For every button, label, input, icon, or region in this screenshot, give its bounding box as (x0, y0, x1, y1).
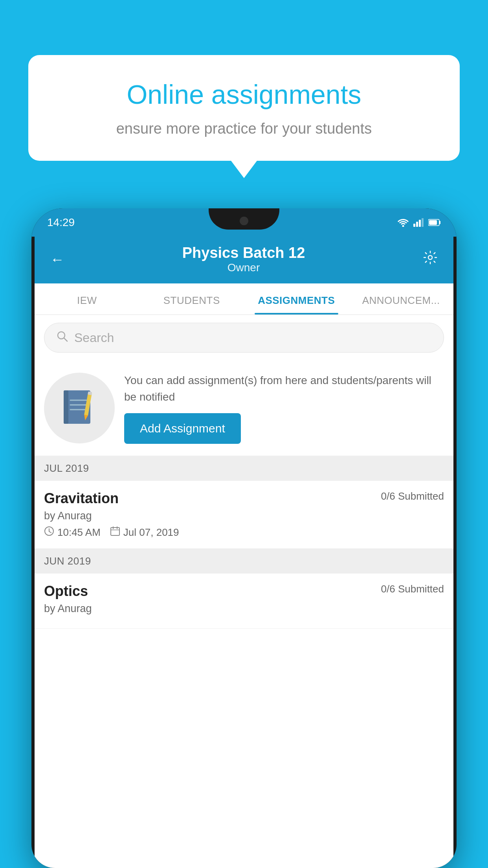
promo-icon-circle (44, 373, 115, 443)
svg-rect-12 (64, 390, 68, 424)
assignment-row-top: Gravitation 0/6 Submitted (44, 490, 444, 507)
svg-rect-7 (429, 220, 437, 225)
search-icon (56, 330, 68, 345)
assignment-submitted-optics: 0/6 Submitted (381, 583, 444, 595)
assignment-author-optics: by Anurag (44, 603, 444, 615)
search-svg (56, 330, 68, 342)
header-subtitle: Owner (64, 261, 423, 274)
back-button[interactable]: ← (50, 251, 64, 268)
assignment-title-optics: Optics (44, 583, 88, 600)
notebook-icon (62, 388, 97, 428)
camera (240, 217, 248, 225)
time-label: 10:45 AM (57, 526, 101, 539)
promo-title: Online assignments (52, 79, 436, 111)
phone-notch (209, 208, 279, 230)
calendar-icon (110, 526, 120, 539)
promo-block: You can add assignment(s) from here and … (35, 360, 453, 456)
promo-card: Online assignments ensure more practice … (28, 55, 460, 161)
tab-students[interactable]: STUDENTS (139, 283, 244, 314)
svg-point-0 (402, 225, 404, 227)
assignment-item-optics[interactable]: Optics 0/6 Submitted by Anurag (35, 574, 453, 629)
tab-iew[interactable]: IEW (35, 283, 139, 314)
promo-description: You can add assignment(s) from here and … (124, 372, 444, 405)
svg-rect-2 (416, 222, 418, 227)
search-bar-container: Search (35, 315, 453, 360)
date-label: Jul 07, 2019 (123, 526, 179, 539)
tab-assignments[interactable]: ASSIGNMENTS (244, 283, 349, 314)
status-bar: 14:29 (31, 208, 457, 237)
assignment-submitted: 0/6 Submitted (381, 490, 444, 502)
assignment-item-gravitation[interactable]: Gravitation 0/6 Submitted by Anurag 10:4… (35, 481, 453, 549)
tab-announcements[interactable]: ANNOUNCEM... (349, 283, 454, 314)
svg-rect-3 (419, 220, 421, 227)
speech-bubble: Online assignments ensure more practice … (28, 55, 460, 161)
search-placeholder: Search (74, 331, 114, 345)
app-header: ← Physics Batch 12 Owner (35, 237, 453, 283)
assignment-date: Jul 07, 2019 (110, 526, 179, 539)
assignment-time: 10:45 AM (44, 526, 101, 539)
add-assignment-button[interactable]: Add Assignment (124, 413, 241, 444)
gear-icon (423, 250, 438, 265)
header-title-block: Physics Batch 12 Owner (64, 245, 423, 274)
svg-line-10 (64, 338, 67, 341)
svg-rect-1 (413, 224, 415, 227)
svg-line-21 (49, 531, 51, 533)
assignment-row-top-optics: Optics 0/6 Submitted (44, 583, 444, 600)
section-header-jun: JUN 2019 (35, 549, 453, 574)
phone-screen: ← Physics Batch 12 Owner IEW STUDENTS AS… (35, 237, 453, 868)
status-time: 14:29 (47, 216, 75, 229)
assignment-meta: 10:45 AM Jul 07, 2019 (44, 526, 444, 539)
search-bar[interactable]: Search (44, 323, 444, 353)
svg-rect-4 (422, 218, 424, 227)
promo-subtitle: ensure more practice for your students (52, 120, 436, 137)
tabs-bar: IEW STUDENTS ASSIGNMENTS ANNOUNCEM... (35, 283, 453, 315)
wifi-icon (398, 218, 409, 227)
phone-frame: 14:29 (31, 208, 457, 868)
section-header-jul: JUL 2019 (35, 456, 453, 481)
svg-rect-6 (439, 221, 440, 224)
assignment-title: Gravitation (44, 490, 119, 507)
svg-point-8 (428, 256, 432, 259)
header-title: Physics Batch 12 (64, 245, 423, 261)
clock-icon (44, 526, 54, 539)
settings-button[interactable] (423, 250, 438, 268)
status-icons (398, 218, 441, 227)
svg-rect-22 (111, 528, 119, 535)
battery-icon (428, 219, 441, 226)
assignment-author: by Anurag (44, 510, 444, 522)
signal-icon (413, 218, 424, 227)
promo-text-block: You can add assignment(s) from here and … (124, 372, 444, 444)
